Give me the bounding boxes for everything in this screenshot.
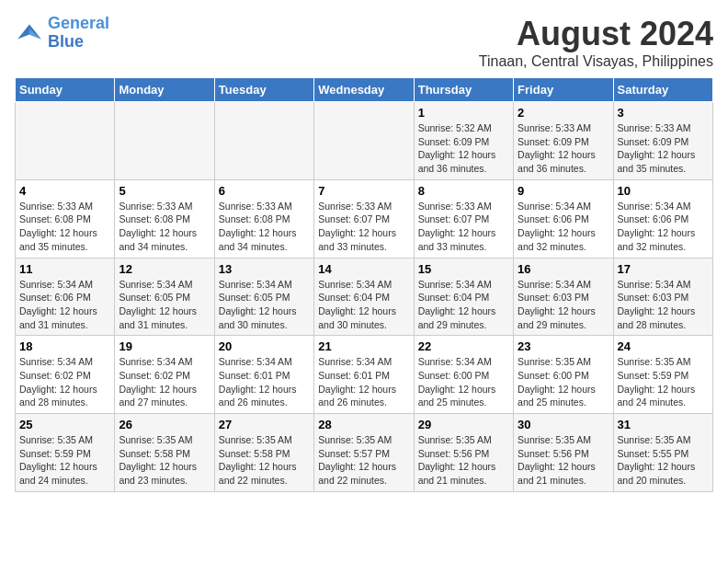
sunrise-text: Sunrise: 5:34 AM	[19, 356, 93, 367]
sunrise-text: Sunrise: 5:33 AM	[318, 201, 392, 212]
calendar-table: Sunday Monday Tuesday Wednesday Thursday…	[15, 77, 713, 492]
calendar-cell: 25Sunrise: 5:35 AMSunset: 5:59 PMDayligh…	[16, 414, 115, 492]
day-number: 18	[19, 339, 110, 353]
sunrise-text: Sunrise: 5:33 AM	[518, 122, 591, 133]
sunset-text: Sunset: 5:59 PM	[618, 370, 689, 381]
daylight-text: Daylight: 12 hours and 35 minutes.	[618, 149, 696, 174]
logo-icon	[15, 18, 44, 48]
calendar-cell: 24Sunrise: 5:35 AMSunset: 5:59 PMDayligh…	[613, 336, 712, 414]
day-detail: Sunrise: 5:34 AMSunset: 6:06 PMDaylight:…	[19, 278, 110, 332]
sunset-text: Sunset: 5:56 PM	[418, 448, 490, 459]
sunrise-text: Sunrise: 5:34 AM	[119, 279, 192, 290]
day-number: 15	[418, 262, 509, 276]
calendar-cell: 3Sunrise: 5:33 AMSunset: 6:09 PMDaylight…	[613, 102, 712, 180]
sunrise-text: Sunrise: 5:33 AM	[219, 201, 292, 212]
calendar-cell: 4Sunrise: 5:33 AMSunset: 6:08 PMDaylight…	[16, 179, 115, 258]
day-number: 6	[219, 184, 310, 198]
subtitle: Tinaan, Central Visayas, Philippines	[479, 53, 713, 70]
logo-text: General Blue	[48, 15, 109, 52]
calendar-header-row: Sunday Monday Tuesday Wednesday Thursday…	[16, 78, 713, 102]
day-detail: Sunrise: 5:32 AMSunset: 6:09 PMDaylight:…	[418, 121, 509, 176]
sunset-text: Sunset: 6:08 PM	[219, 213, 290, 224]
day-number: 21	[318, 339, 409, 353]
logo-line2: Blue	[48, 32, 84, 51]
day-detail: Sunrise: 5:33 AMSunset: 6:08 PMDaylight:…	[19, 200, 110, 254]
daylight-text: Daylight: 12 hours and 29 minutes.	[418, 305, 496, 330]
day-detail: Sunrise: 5:35 AMSunset: 5:57 PMDaylight:…	[318, 433, 409, 488]
sunrise-text: Sunrise: 5:34 AM	[219, 279, 292, 290]
day-number: 27	[219, 418, 310, 431]
daylight-text: Daylight: 12 hours and 26 minutes.	[318, 384, 396, 408]
sunset-text: Sunset: 6:09 PM	[518, 136, 589, 147]
daylight-text: Daylight: 12 hours and 24 minutes.	[19, 461, 97, 486]
calendar-cell: 16Sunrise: 5:34 AMSunset: 6:03 PMDayligh…	[514, 258, 613, 336]
daylight-text: Daylight: 12 hours and 31 minutes.	[119, 305, 197, 330]
calendar-cell: 11Sunrise: 5:34 AMSunset: 6:06 PMDayligh…	[16, 258, 115, 336]
day-number: 20	[219, 339, 310, 353]
sunrise-text: Sunrise: 5:34 AM	[318, 279, 392, 290]
sunset-text: Sunset: 6:00 PM	[518, 370, 589, 381]
daylight-text: Daylight: 12 hours and 22 minutes.	[318, 461, 396, 486]
col-friday: Friday	[514, 78, 613, 102]
calendar-cell: 19Sunrise: 5:34 AMSunset: 6:02 PMDayligh…	[115, 336, 214, 414]
daylight-text: Daylight: 12 hours and 25 minutes.	[418, 384, 496, 408]
col-monday: Monday	[115, 78, 214, 102]
calendar-cell	[214, 102, 313, 180]
daylight-text: Daylight: 12 hours and 28 minutes.	[19, 384, 97, 408]
sunset-text: Sunset: 6:03 PM	[618, 292, 689, 303]
day-number: 5	[119, 184, 210, 198]
day-detail: Sunrise: 5:34 AMSunset: 6:02 PMDaylight:…	[19, 355, 110, 409]
day-detail: Sunrise: 5:34 AMSunset: 6:05 PMDaylight:…	[119, 278, 210, 332]
sunrise-text: Sunrise: 5:33 AM	[19, 201, 93, 212]
daylight-text: Daylight: 12 hours and 21 minutes.	[518, 461, 596, 486]
daylight-text: Daylight: 12 hours and 30 minutes.	[219, 305, 297, 330]
day-number: 7	[318, 184, 409, 198]
page-header: General Blue August 2024 Tinaan, Central…	[15, 15, 713, 70]
day-detail: Sunrise: 5:34 AMSunset: 6:03 PMDaylight:…	[618, 278, 709, 332]
calendar-week-row: 11Sunrise: 5:34 AMSunset: 6:06 PMDayligh…	[16, 258, 713, 336]
day-number: 28	[318, 418, 409, 431]
daylight-text: Daylight: 12 hours and 36 minutes.	[418, 149, 496, 174]
sunset-text: Sunset: 6:00 PM	[418, 370, 490, 381]
sunset-text: Sunset: 5:58 PM	[219, 448, 290, 459]
day-detail: Sunrise: 5:33 AMSunset: 6:08 PMDaylight:…	[219, 200, 310, 254]
day-detail: Sunrise: 5:34 AMSunset: 6:00 PMDaylight:…	[418, 355, 509, 409]
svg-marker-1	[29, 29, 41, 39]
calendar-cell: 1Sunrise: 5:32 AMSunset: 6:09 PMDaylight…	[414, 102, 513, 180]
day-number: 26	[119, 418, 210, 431]
daylight-text: Daylight: 12 hours and 35 minutes.	[19, 227, 97, 252]
calendar-week-row: 25Sunrise: 5:35 AMSunset: 5:59 PMDayligh…	[16, 414, 713, 492]
day-number: 29	[418, 418, 509, 431]
sunrise-text: Sunrise: 5:35 AM	[19, 434, 93, 445]
sunrise-text: Sunrise: 5:35 AM	[119, 434, 192, 445]
day-detail: Sunrise: 5:34 AMSunset: 6:01 PMDaylight:…	[318, 355, 409, 409]
sunset-text: Sunset: 6:06 PM	[518, 213, 589, 224]
sunset-text: Sunset: 5:58 PM	[119, 448, 190, 459]
col-tuesday: Tuesday	[214, 78, 313, 102]
sunset-text: Sunset: 6:09 PM	[618, 136, 689, 147]
day-number: 10	[618, 184, 709, 198]
sunrise-text: Sunrise: 5:34 AM	[518, 279, 591, 290]
sunset-text: Sunset: 6:05 PM	[119, 292, 190, 303]
day-number: 2	[518, 106, 609, 120]
sunrise-text: Sunrise: 5:34 AM	[318, 356, 392, 367]
sunrise-text: Sunrise: 5:33 AM	[119, 201, 192, 212]
sunrise-text: Sunrise: 5:35 AM	[318, 434, 392, 445]
sunset-text: Sunset: 6:01 PM	[318, 370, 390, 381]
day-detail: Sunrise: 5:34 AMSunset: 6:01 PMDaylight:…	[219, 355, 310, 409]
calendar-cell: 23Sunrise: 5:35 AMSunset: 6:00 PMDayligh…	[514, 336, 613, 414]
calendar-cell: 14Sunrise: 5:34 AMSunset: 6:04 PMDayligh…	[314, 258, 414, 336]
calendar-week-row: 4Sunrise: 5:33 AMSunset: 6:08 PMDaylight…	[16, 179, 713, 258]
day-detail: Sunrise: 5:34 AMSunset: 6:06 PMDaylight:…	[518, 200, 609, 254]
calendar-cell	[16, 102, 115, 180]
daylight-text: Daylight: 12 hours and 30 minutes.	[318, 305, 396, 330]
day-detail: Sunrise: 5:35 AMSunset: 5:58 PMDaylight:…	[119, 433, 210, 488]
day-detail: Sunrise: 5:33 AMSunset: 6:08 PMDaylight:…	[119, 200, 210, 254]
daylight-text: Daylight: 12 hours and 21 minutes.	[418, 461, 496, 486]
day-detail: Sunrise: 5:35 AMSunset: 5:56 PMDaylight:…	[418, 433, 509, 488]
day-detail: Sunrise: 5:34 AMSunset: 6:04 PMDaylight:…	[318, 278, 409, 332]
day-detail: Sunrise: 5:35 AMSunset: 5:56 PMDaylight:…	[518, 433, 609, 488]
daylight-text: Daylight: 12 hours and 31 minutes.	[19, 305, 97, 330]
sunset-text: Sunset: 6:09 PM	[418, 136, 490, 147]
calendar-cell: 27Sunrise: 5:35 AMSunset: 5:58 PMDayligh…	[214, 414, 313, 492]
